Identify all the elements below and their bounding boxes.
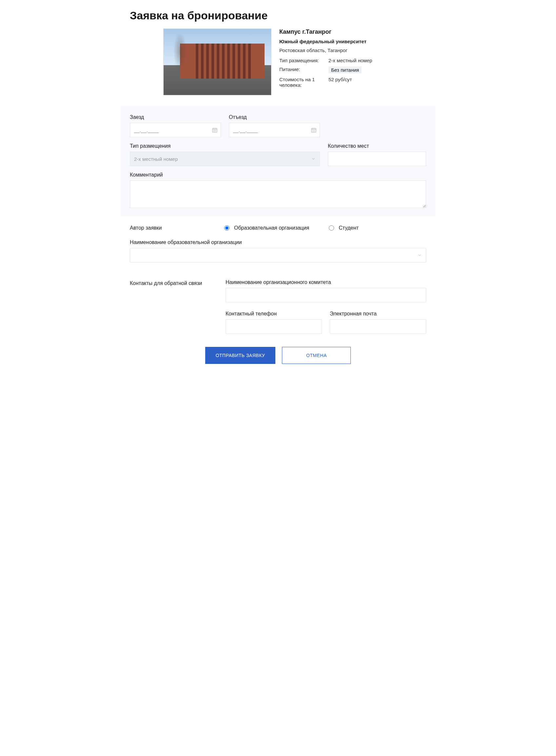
org-name-label: Наименование образовательной организации [130,239,426,245]
svg-point-6 [216,131,216,131]
university-name: Южный федеральный университет [279,39,426,44]
svg-point-10 [315,130,315,130]
checkout-label: Отъезд [229,114,320,120]
committee-input[interactable] [225,288,426,302]
meals-badge: Без питания [328,67,361,73]
author-section: Автор заявки Образовательная организация… [120,217,436,262]
room-type-label: Тип размещения [130,143,320,149]
booking-form-section: Заезд Отъезд Тип размещения 2-х местный … [120,106,436,217]
svg-point-4 [214,131,214,131]
checkout-input[interactable] [229,123,320,137]
meals-label: Питание: [279,67,328,73]
campus-image [163,29,272,95]
type-label: Тип размещения: [279,58,328,63]
places-input[interactable] [328,152,426,166]
svg-point-8 [313,130,313,130]
phone-label: Контактный телефон [225,311,322,317]
radio-org[interactable] [224,225,230,231]
places-label: Количество мест [328,143,426,149]
comment-textarea[interactable] [130,181,426,208]
svg-point-11 [313,131,313,131]
chevron-down-icon [311,157,316,161]
contact-section-label: Контакты для обратной связи [130,279,218,334]
committee-label: Наименование организационного комитета [225,279,426,285]
comment-label: Комментарий [130,172,426,178]
checkin-label: Заезд [130,114,221,120]
svg-point-3 [216,130,216,130]
room-type-select[interactable]: 2-х местный номер [130,152,320,166]
author-section-label: Автор заявки [130,225,218,231]
email-input[interactable] [330,319,426,334]
cancel-button[interactable]: ОТМЕНА [282,347,351,364]
svg-point-2 [215,130,215,130]
email-label: Электронная почта [330,311,426,317]
room-type-selected: 2-х местный номер [134,156,178,162]
svg-point-12 [314,131,314,131]
region: Ростовская область, Таганрог [279,47,426,53]
calendar-icon[interactable] [212,127,218,133]
svg-point-9 [314,130,314,130]
button-row: ОТПРАВИТЬ ЗАЯВКУ ОТМЕНА [120,347,436,364]
svg-point-5 [215,131,215,131]
cost-value: 52 руб/сут [328,77,352,88]
calendar-icon[interactable] [311,127,317,133]
org-name-select[interactable] [130,248,426,262]
type-value: 2-х местный номер [328,58,372,63]
svg-point-1 [214,130,214,130]
contact-section: Контакты для обратной связи Наименование… [120,271,436,334]
campus-title: Кампус г.Таганрог [279,29,426,35]
checkin-input[interactable] [130,123,221,137]
submit-button[interactable]: ОТПРАВИТЬ ЗАЯВКУ [205,347,276,364]
phone-input[interactable] [225,319,322,334]
chevron-down-icon [417,253,422,258]
campus-details: Кампус г.Таганрог Южный федеральный унив… [279,29,426,95]
radio-org-label: Образовательная организация [234,225,309,231]
radio-student-label: Студент [339,225,359,231]
cost-label: Стоимость на 1 человека: [279,77,328,88]
page-title: Заявка на бронирование [120,0,436,29]
svg-point-13 [315,131,315,131]
radio-student[interactable] [329,225,334,231]
campus-info-section: Кампус г.Таганрог Южный федеральный унив… [120,29,436,106]
